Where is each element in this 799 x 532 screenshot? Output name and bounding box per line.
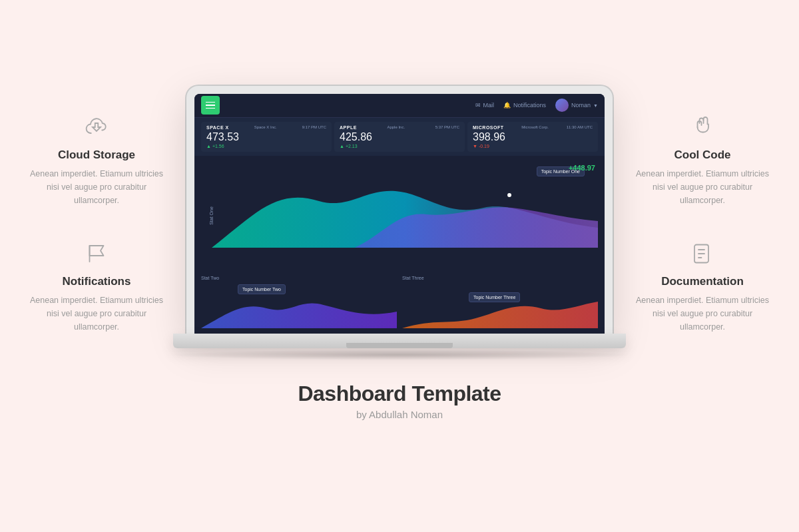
laptop-screen-outer: ✉ Mail 🔔 Notifications Noman ▼	[186, 86, 613, 334]
ticker-spacex: SPACE X Space X Inc. 9:17 PM UTC 473.53 …	[201, 122, 332, 152]
user-avatar	[555, 99, 569, 112]
ticker-apple-time: 5:37 PM UTC	[435, 125, 459, 129]
stat-three-label: Stat Three	[402, 276, 598, 280]
ticker-apple-symbol: APPLE	[340, 125, 357, 130]
ticker-microsoft-name: Microsoft Corp.	[521, 125, 549, 129]
up-arrow-icon: ▲	[206, 144, 211, 148]
ticker-spacex-symbol: SPACE X	[206, 125, 229, 130]
features-right: Cool Code Aenean imperdiet. Etiamum ultr…	[626, 113, 779, 334]
feature-cool-code: Cool Code Aenean imperdiet. Etiamum ultr…	[633, 113, 772, 207]
down-arrow-icon: ▼	[473, 144, 477, 148]
documentation-title: Documentation	[661, 275, 744, 288]
laptop-screen: ✉ Mail 🔔 Notifications Noman ▼	[194, 94, 605, 334]
notifications-desc: Aenean imperdiet. Etiamum ultricies nisi…	[27, 294, 166, 334]
bell-icon: 🔔	[503, 102, 511, 109]
user-name: Noman	[571, 102, 591, 109]
hamburger-button[interactable]	[201, 96, 220, 115]
footer-title: Dashboard Template	[298, 382, 501, 406]
book-icon	[688, 239, 717, 268]
notifications-label: Notifications	[513, 102, 546, 109]
bottom-charts: Stat Two	[194, 276, 605, 334]
stat-three-tooltip: Topic Number Three	[469, 292, 520, 302]
mail-icon: ✉	[475, 102, 481, 109]
nav-notifications: 🔔 Notifications	[503, 102, 546, 109]
ticker-apple: APPLE Apple Inc. 5:37 PM UTC 425.86 ▲ +2…	[334, 122, 465, 152]
feature-notifications: Notifications Aenean imperdiet. Etiamum …	[27, 239, 166, 334]
stat-one-dot	[507, 193, 511, 197]
main-layout: Cloud Storage Aenean imperdiet. Etiamum …	[0, 86, 799, 360]
stat-one-value: +448.97	[569, 164, 595, 172]
dashboard-navbar: ✉ Mail 🔔 Notifications Noman ▼	[194, 94, 605, 118]
nav-user: Noman ▼	[555, 99, 598, 112]
footer-subtitle: by Abdullah Noman	[298, 409, 501, 420]
feature-documentation: Documentation Aenean imperdiet. Etiamum …	[633, 239, 772, 334]
ticker-spacex-change: ▲ +1.56	[206, 144, 326, 148]
stat-two-label: Stat Two	[201, 276, 397, 280]
nav-mail: ✉ Mail	[475, 102, 495, 109]
features-left: Cloud Storage Aenean imperdiet. Etiamum …	[20, 113, 173, 334]
stat-two-chart: Stat Two	[201, 276, 397, 328]
ticker-apple-change: ▲ +2.13	[340, 144, 459, 148]
stat-three-chart: Stat Three	[402, 276, 598, 328]
cloud-download-icon	[82, 113, 111, 142]
notifications-title: Notifications	[63, 275, 131, 288]
flag-icon	[82, 239, 111, 268]
stat-one-chart: Stat One	[201, 161, 598, 270]
cloud-storage-title: Cloud Storage	[58, 148, 135, 162]
nav-right: ✉ Mail 🔔 Notifications Noman ▼	[475, 99, 599, 112]
ticker-microsoft: MICROSOFT Microsoft Corp. 11:30 AM UTC 3…	[467, 122, 598, 152]
mail-label: Mail	[483, 102, 495, 109]
stock-tickers: SPACE X Space X Inc. 9:17 PM UTC 473.53 …	[194, 118, 605, 156]
up-arrow-icon: ▲	[340, 144, 344, 148]
ticker-spacex-time: 9:17 PM UTC	[302, 125, 326, 129]
main-chart-area: Stat One	[194, 156, 605, 276]
ticker-apple-name: Apple Inc.	[387, 125, 405, 129]
cloud-storage-desc: Aenean imperdiet. Etiamum ultricies nisi…	[27, 167, 166, 207]
ticker-microsoft-value: 398.96	[473, 131, 593, 143]
ticker-spacex-value: 473.53	[206, 131, 326, 143]
stat-two-tooltip: Topic Number Two	[238, 284, 286, 294]
cool-code-desc: Aenean imperdiet. Etiamum ultricies nisi…	[633, 167, 772, 207]
chevron-down-icon: ▼	[593, 103, 598, 108]
ticker-microsoft-change: ▼ -0.19	[473, 144, 593, 148]
ticker-microsoft-time: 11:30 AM UTC	[567, 125, 593, 129]
ticker-apple-value: 425.86	[340, 131, 459, 143]
cool-code-title: Cool Code	[674, 148, 731, 162]
dashboard-ui: ✉ Mail 🔔 Notifications Noman ▼	[194, 94, 605, 334]
feature-cloud-storage: Cloud Storage Aenean imperdiet. Etiamum …	[27, 113, 166, 207]
documentation-desc: Aenean imperdiet. Etiamum ultricies nisi…	[633, 294, 772, 334]
ticker-microsoft-symbol: MICROSOFT	[473, 125, 504, 130]
page-footer: Dashboard Template by Abdullah Noman	[298, 382, 501, 420]
laptop-shadow	[166, 350, 633, 360]
hand-peace-icon	[688, 113, 717, 142]
laptop-mockup: ✉ Mail 🔔 Notifications Noman ▼	[173, 86, 626, 360]
laptop-base	[173, 334, 626, 348]
ticker-spacex-name: Space X Inc.	[254, 125, 277, 129]
